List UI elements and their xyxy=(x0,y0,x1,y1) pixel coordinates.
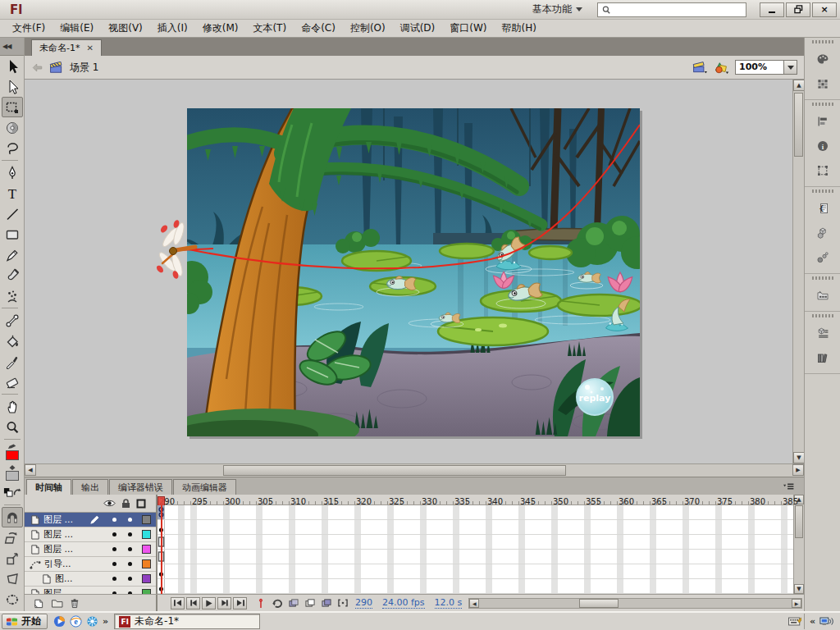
scroll-left-button[interactable]: ◀ xyxy=(25,464,36,476)
document-tab[interactable]: 未命名-1* ✕ xyxy=(31,39,102,56)
timeline-horizontal-scrollbar[interactable]: ◀ ▶ xyxy=(468,598,802,609)
menu-10[interactable]: 帮助(H) xyxy=(495,20,544,37)
panel-menu-icon[interactable] xyxy=(778,480,799,493)
tool-hand[interactable] xyxy=(2,396,23,417)
layer-row-0[interactable]: 图层 ... xyxy=(25,513,156,527)
modify-markers-button[interactable] xyxy=(336,597,350,609)
scroll-thumb[interactable] xyxy=(795,505,803,538)
go-to-last-button[interactable] xyxy=(233,597,247,609)
option-envelope[interactable] xyxy=(2,589,23,609)
tool-deco-spray[interactable] xyxy=(2,285,23,306)
layer-row-5[interactable]: 图层 ... xyxy=(25,587,156,594)
layer-name[interactable]: 图层 ... xyxy=(43,514,86,526)
visibility-dot[interactable] xyxy=(112,547,116,551)
tool-eraser[interactable] xyxy=(2,372,23,392)
go-to-first-button[interactable] xyxy=(171,597,185,609)
stage-artwork[interactable]: replay xyxy=(187,108,640,436)
frame-row-5[interactable] xyxy=(158,579,793,594)
step-forward-button[interactable] xyxy=(217,597,231,609)
frame-row-0[interactable] xyxy=(158,505,793,520)
scroll-down-button[interactable]: ▼ xyxy=(793,452,805,463)
taskbar-task-button[interactable]: Fl 未命名-1* xyxy=(114,614,260,629)
search-box[interactable] xyxy=(597,2,746,17)
lock-icon[interactable] xyxy=(121,499,130,509)
replay-button[interactable]: replay xyxy=(577,379,613,415)
menu-8[interactable]: 调试(D) xyxy=(393,20,443,37)
lock-dot[interactable] xyxy=(128,518,132,522)
timeline-tab-0[interactable]: 时间轴 xyxy=(26,479,71,495)
layer-row-1[interactable]: 图层 ... xyxy=(25,527,156,542)
stage-vertical-scrollbar[interactable]: ▲ ▼ xyxy=(792,80,804,463)
layer-outline-color[interactable] xyxy=(142,545,151,554)
scroll-thumb[interactable] xyxy=(794,93,803,157)
tool-line[interactable] xyxy=(2,203,23,224)
menu-3[interactable]: 插入(I) xyxy=(150,20,195,37)
layer-row-4[interactable]: 图... xyxy=(25,572,156,587)
close-document-icon[interactable]: ✕ xyxy=(86,43,93,52)
visibility-dot[interactable] xyxy=(112,532,116,536)
visibility-icon[interactable] xyxy=(103,499,116,508)
new-folder-button[interactable] xyxy=(49,597,64,609)
tool-paint-bucket[interactable] xyxy=(2,331,23,351)
current-frame-value[interactable]: 290 xyxy=(355,597,372,609)
tool-free-transform[interactable] xyxy=(2,97,23,117)
edit-symbols-button[interactable] xyxy=(713,61,729,75)
timeline-tab-1[interactable]: 输出 xyxy=(72,479,108,495)
visibility-dot[interactable] xyxy=(112,518,116,522)
dock-code-snippets-icon[interactable]: { xyxy=(809,196,837,221)
scroll-thumb[interactable] xyxy=(579,599,619,608)
default-swap-colors[interactable] xyxy=(2,482,23,503)
start-button[interactable]: 开始 xyxy=(2,614,48,629)
dock-components-icon[interactable] xyxy=(809,221,837,245)
option-scale[interactable] xyxy=(2,548,23,568)
scroll-right-button[interactable]: ▶ xyxy=(792,599,801,608)
center-frame-button[interactable] xyxy=(253,597,268,609)
frame-row-2[interactable] xyxy=(158,535,793,550)
dock-transform-icon[interactable] xyxy=(809,158,837,183)
tool-3d-rotation[interactable] xyxy=(2,117,23,138)
dock-library-icon[interactable] xyxy=(809,321,837,345)
dock-grip[interactable] xyxy=(812,103,833,106)
visibility-dot[interactable] xyxy=(112,562,116,566)
scroll-down-button[interactable]: ▼ xyxy=(794,584,804,594)
onion-skin-button[interactable] xyxy=(286,597,301,609)
media-player-icon[interactable] xyxy=(53,615,66,628)
dock-grip[interactable] xyxy=(812,40,833,43)
tool-bone[interactable] xyxy=(2,310,23,331)
layer-row-2[interactable]: 图层 ... xyxy=(25,542,156,557)
scroll-thumb[interactable] xyxy=(223,465,566,476)
dragonfly-sprite[interactable] xyxy=(153,219,213,280)
menu-1[interactable]: 编辑(E) xyxy=(52,20,101,37)
layer-name[interactable]: 图层 ... xyxy=(43,587,86,594)
tool-lasso[interactable] xyxy=(2,138,23,158)
menu-2[interactable]: 视图(V) xyxy=(101,20,150,37)
menu-7[interactable]: 控制(O) xyxy=(343,20,393,37)
frame-row-4[interactable] xyxy=(158,564,793,579)
dock-grip[interactable] xyxy=(812,314,833,317)
dock-align-icon[interactable] xyxy=(809,109,837,134)
timeline-vertical-scrollbar[interactable]: ▲ ▼ xyxy=(793,495,804,594)
tool-subselection[interactable] xyxy=(2,76,23,97)
frames-grid[interactable] xyxy=(158,505,793,594)
back-arrow-icon[interactable] xyxy=(31,62,43,73)
scroll-up-button[interactable]: ▲ xyxy=(793,80,805,91)
layer-name[interactable]: 图层 ... xyxy=(43,543,86,555)
playhead-line[interactable] xyxy=(161,505,162,594)
collapse-toolbar-button[interactable]: ◀◀ xyxy=(0,38,24,56)
pasteboard[interactable]: replay xyxy=(25,80,792,463)
layer-outline-color[interactable] xyxy=(142,574,151,583)
option-snap-magnet[interactable] xyxy=(2,507,23,527)
menu-5[interactable]: 文本(T) xyxy=(245,20,294,37)
stroke-color-swatch[interactable] xyxy=(6,450,19,460)
tool-selection[interactable] xyxy=(2,56,23,76)
layer-outline-color[interactable] xyxy=(142,559,151,568)
lock-dot[interactable] xyxy=(128,532,132,536)
stage-horizontal-scrollbar[interactable]: ◀ ▶ xyxy=(25,463,804,477)
elapsed-time-value[interactable]: 12.0 s xyxy=(435,597,463,609)
dock-swatches-icon[interactable] xyxy=(809,71,837,96)
layer-outline-color[interactable] xyxy=(142,515,151,524)
tool-text[interactable]: T xyxy=(2,183,23,203)
dock-grip[interactable] xyxy=(812,276,833,280)
outline-icon[interactable] xyxy=(136,499,146,509)
close-button[interactable]: × xyxy=(812,2,837,17)
